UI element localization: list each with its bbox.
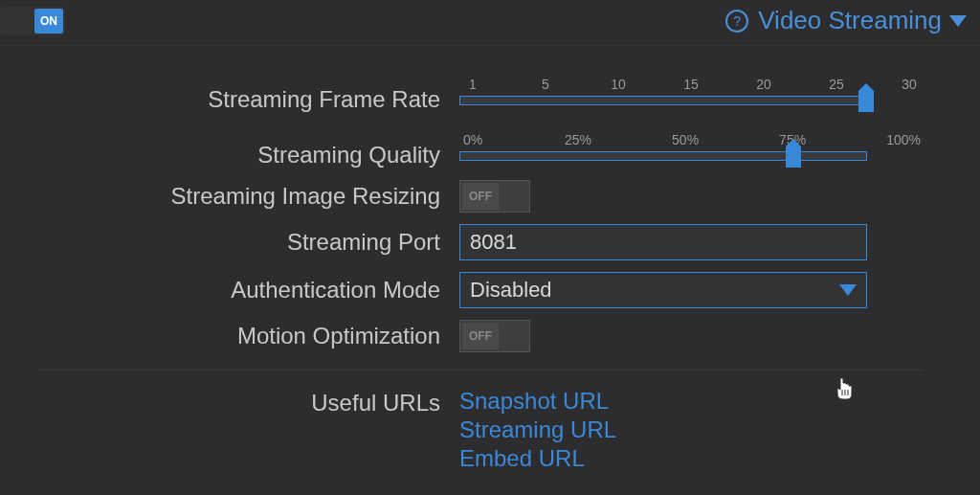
quality-control: 0% 25% 50% 75% 100% xyxy=(459,132,923,161)
toggle-off-knob: OFF xyxy=(462,323,499,349)
streaming-port-row: Streaming Port xyxy=(38,224,923,260)
tick: 20 xyxy=(752,77,775,92)
quality-ticks: 0% 25% 50% 75% 100% xyxy=(459,132,923,151)
help-icon[interactable]: ? xyxy=(725,10,748,33)
streaming-port-label: Streaming Port xyxy=(38,229,459,256)
tick: 25 xyxy=(825,77,848,92)
chevron-down-icon xyxy=(839,284,857,296)
quality-thumb[interactable] xyxy=(786,146,801,168)
panel-title-toggle[interactable]: Video Streaming xyxy=(758,6,967,35)
snapshot-url-link[interactable]: Snapshot URL xyxy=(459,388,923,415)
motion-opt-row: Motion Optimization OFF xyxy=(38,320,923,352)
frame-rate-label: Streaming Frame Rate xyxy=(38,69,459,113)
frame-rate-control: 1 5 10 15 20 25 30 xyxy=(459,77,923,105)
quality-label: Streaming Quality xyxy=(38,124,459,169)
tick: 5 xyxy=(534,77,557,92)
tick: 30 xyxy=(898,77,921,92)
frame-rate-slider[interactable] xyxy=(459,96,867,105)
motion-opt-label: Motion Optimization xyxy=(38,323,459,349)
tick: 15 xyxy=(679,77,702,92)
header-right: ? Video Streaming xyxy=(725,6,967,35)
image-resizing-toggle[interactable]: OFF xyxy=(459,180,530,213)
tick: 50% xyxy=(672,132,699,147)
streaming-port-input[interactable] xyxy=(459,224,867,260)
image-resizing-label: Streaming Image Resizing xyxy=(38,183,459,210)
frame-rate-row: Streaming Frame Rate 1 5 10 15 20 25 30 xyxy=(38,69,923,113)
auth-mode-select[interactable]: Disabled xyxy=(459,272,867,308)
useful-urls-row: Useful URLs Snapshot URL Streaming URL E… xyxy=(38,388,923,472)
panel-title-text: Video Streaming xyxy=(758,6,942,35)
motion-opt-toggle[interactable]: OFF xyxy=(459,320,530,352)
streaming-url-link[interactable]: Streaming URL xyxy=(459,416,923,443)
image-resizing-row: Streaming Image Resizing OFF xyxy=(38,180,923,213)
frame-rate-ticks: 1 5 10 15 20 25 30 xyxy=(459,77,923,96)
auth-mode-label: Authentication Mode xyxy=(38,277,459,304)
auth-mode-value: Disabled xyxy=(470,278,552,303)
tick: 10 xyxy=(607,77,630,92)
embed-url-link[interactable]: Embed URL xyxy=(459,445,923,472)
quality-slider[interactable] xyxy=(459,151,867,161)
panel-header: ON ? Video Streaming xyxy=(0,0,980,46)
url-link-list: Snapshot URL Streaming URL Embed URL xyxy=(459,388,923,472)
useful-urls-label: Useful URLs xyxy=(38,388,459,416)
tick: 100% xyxy=(886,132,921,147)
auth-mode-row: Authentication Mode Disabled xyxy=(38,272,923,308)
content-area: Streaming Frame Rate 1 5 10 15 20 25 30 … xyxy=(0,46,980,472)
tick: 1 xyxy=(461,77,484,92)
tick: 25% xyxy=(565,132,591,147)
toggle-off-knob: OFF xyxy=(462,183,499,210)
divider xyxy=(38,370,923,371)
quality-row: Streaming Quality 0% 25% 50% 75% 100% xyxy=(38,124,923,169)
tick: 0% xyxy=(461,132,484,147)
chevron-down-icon xyxy=(949,15,967,27)
frame-rate-thumb[interactable] xyxy=(858,91,874,112)
video-streaming-toggle[interactable]: ON xyxy=(0,7,65,35)
toggle-on-knob: ON xyxy=(34,9,63,34)
